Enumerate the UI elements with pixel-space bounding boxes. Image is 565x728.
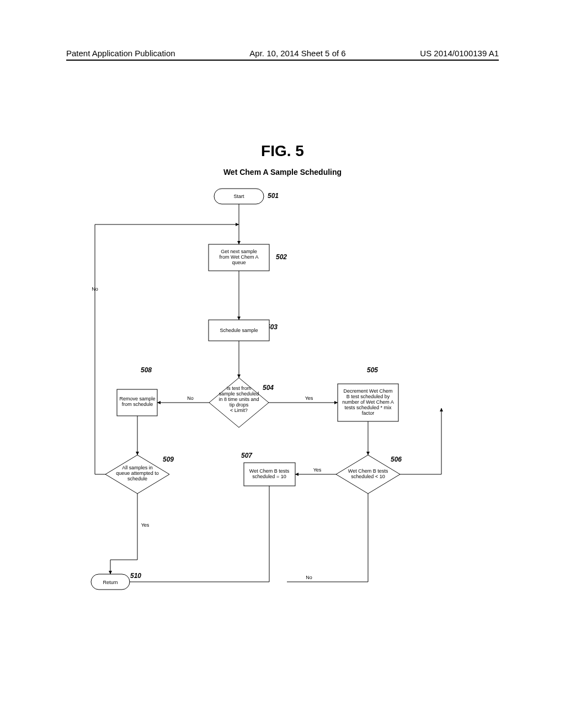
page: Patent Application Publication Apr. 10, …	[0, 0, 565, 728]
node-decision-509: All samples in queue attempted to schedu…	[105, 455, 169, 494]
node-schedule-sample: Schedule sample	[209, 320, 269, 341]
svg-text:scheduled  = 10: scheduled = 10	[252, 474, 286, 479]
svg-text:sample scheduled: sample scheduled	[219, 391, 259, 397]
svg-text:All samples in: All samples in	[122, 465, 153, 470]
node-decrement: Decrement Wet Chem B test scheduled by n…	[338, 384, 398, 421]
node-remove-sample: Remove sample from schedule	[117, 389, 157, 416]
node-start: Start	[214, 189, 264, 204]
svg-text:Wet Chem B tests: Wet Chem B tests	[249, 468, 290, 474]
svg-text:Wet Chem B tests: Wet Chem B tests	[348, 468, 388, 474]
ref-506: 506	[391, 456, 402, 463]
svg-text:queue: queue	[232, 260, 246, 265]
edge-509-yes: Yes	[141, 522, 150, 528]
node-507: Wet Chem B tests scheduled = 10	[244, 463, 295, 486]
svg-text:Decrement Wet Chem: Decrement Wet Chem	[344, 388, 393, 394]
ref-505: 505	[367, 366, 378, 374]
header-center: Apr. 10, 2014 Sheet 5 of 6	[249, 49, 345, 58]
edge-506-no: No	[306, 575, 312, 580]
ref-507: 507	[241, 452, 253, 459]
ref-502: 502	[276, 253, 287, 261]
svg-text:from schedule: from schedule	[122, 402, 153, 407]
svg-text:schedule: schedule	[127, 476, 147, 481]
svg-text:Is test from: Is test from	[227, 386, 252, 391]
svg-text:scheduled < 10: scheduled < 10	[351, 474, 385, 479]
svg-text:from Wet Chem A: from Wet Chem A	[220, 254, 259, 260]
svg-text:Schedule sample: Schedule sample	[220, 328, 258, 333]
figure-subtitle: Wet Chem A Sample Scheduling	[0, 168, 565, 176]
svg-text:Get next sample: Get next sample	[221, 249, 257, 254]
edge-504-no: No	[187, 395, 194, 401]
ref-508: 508	[141, 366, 152, 374]
ref-501: 501	[268, 192, 279, 200]
ref-510: 510	[130, 572, 141, 580]
flowchart-svg: 501 502 503 504 505 506 507 508 509 510 …	[66, 185, 508, 609]
edge-506-yes: Yes	[313, 467, 322, 473]
svg-text:Start: Start	[233, 194, 244, 199]
figure-title: FIG. 5	[0, 142, 565, 160]
node-return: Return	[91, 574, 130, 590]
page-header: Patent Application Publication Apr. 10, …	[66, 49, 499, 61]
svg-text:< Limit?: < Limit?	[230, 408, 248, 413]
svg-text:queue attempted to: queue attempted to	[116, 470, 159, 476]
svg-text:tests scheduled * mix: tests scheduled * mix	[344, 405, 392, 410]
header-left: Patent Application Publication	[66, 49, 175, 58]
edge-509-no: No	[92, 286, 98, 292]
svg-text:in 8 time units and: in 8 time units and	[218, 397, 259, 402]
header-right: US 2014/0100139 A1	[420, 49, 499, 58]
edge-504-yes: Yes	[305, 395, 313, 401]
svg-text:B test scheduled by: B test scheduled by	[347, 394, 390, 399]
svg-text:tip drops: tip drops	[230, 402, 249, 408]
node-decision-504: Is test from sample scheduled in 8 time …	[209, 378, 269, 427]
node-get-next-sample: Get next sample from Wet Chem A queue	[209, 244, 269, 271]
svg-text:factor: factor	[362, 410, 375, 416]
ref-509: 509	[163, 456, 174, 463]
svg-text:Return: Return	[103, 580, 118, 585]
svg-text:Remove sample: Remove sample	[119, 396, 155, 402]
ref-504: 504	[263, 384, 274, 392]
svg-text:number of Wet Chem A: number of Wet Chem A	[342, 399, 393, 405]
